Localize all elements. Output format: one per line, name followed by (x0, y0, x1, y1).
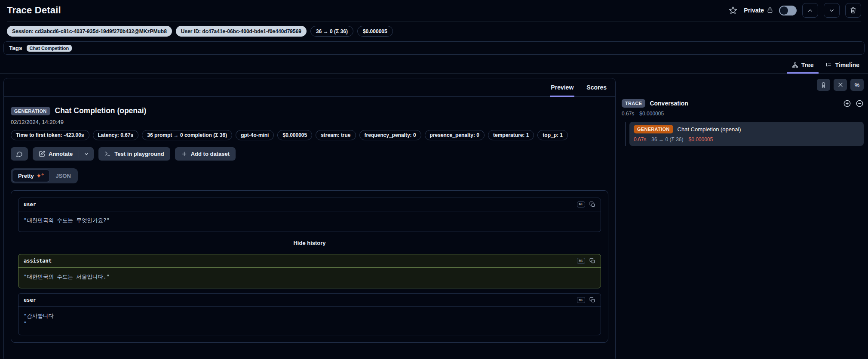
message-header: assistant M↓ (18, 254, 601, 268)
view-switch-tabs: Tree Timeline (0, 58, 868, 74)
chip-token-usage: 36 prompt → 0 completion (Σ 36) (142, 130, 232, 140)
annotate-pencil-icon (39, 151, 45, 157)
tag-chip[interactable]: Chat Competition (27, 45, 72, 52)
tree-item-latency: 0.67s (634, 136, 646, 142)
public-toggle[interactable] (779, 6, 797, 15)
tab-timeline[interactable]: Timeline (820, 58, 865, 74)
trace-root-row[interactable]: TRACE Conversation (622, 99, 864, 108)
chip-top-p: top_p: 1 (537, 130, 568, 140)
trace-tree-sidebar: % TRACE Conversation 0.67s $0.000005 GEN… (622, 78, 865, 146)
expand-plus-circle-icon[interactable] (843, 99, 851, 108)
delete-trace-button[interactable] (845, 3, 861, 18)
user-id-badge[interactable]: User ID: dc47a41e-06bc-400d-bde1-f0e440d… (176, 26, 307, 37)
annotate-button[interactable]: Annotate (33, 147, 79, 161)
tree-item-metrics: 0.67s 36 → 0 (Σ 36) $0.000005 (634, 136, 859, 142)
tree-icon (792, 62, 798, 68)
trash-icon (850, 7, 856, 14)
message-content: "대한민국의 수도는 서울입니다." (18, 268, 601, 288)
session-badge[interactable]: Session: cd3abcd6-c81c-4037-935d-19d9f27… (7, 26, 172, 37)
copy-icon[interactable] (589, 258, 595, 264)
tab-scores[interactable]: Scores (586, 78, 607, 97)
dataset-label: Add to dataset (191, 151, 230, 157)
collapse-all-icon[interactable] (834, 79, 847, 91)
copy-icon[interactable] (589, 201, 595, 207)
chevron-down-icon (84, 152, 89, 157)
trace-title: Conversation (650, 100, 688, 107)
observation-title: Chat Completion (openai) (55, 106, 147, 115)
header-actions: Private (728, 3, 861, 18)
tab-preview[interactable]: Preview (550, 78, 574, 97)
content: Preview Scores GENERATION Chat Completio… (0, 74, 868, 359)
percent-metrics-icon[interactable]: % (850, 79, 864, 91)
scores-award-icon[interactable] (817, 79, 830, 91)
tree-item-cost: $0.000005 (688, 136, 713, 142)
generation-type-badge: GENERATION (11, 107, 50, 115)
chevron-down-icon (828, 7, 835, 14)
panel-body: GENERATION Chat Completion (openai) 02/1… (4, 97, 615, 351)
privacy-indicator: Private (744, 7, 773, 14)
markdown-toggle-icon[interactable]: M↓ (577, 258, 585, 264)
tab-tree-label: Tree (801, 62, 814, 68)
observation-header: GENERATION Chat Completion (openai) (11, 106, 608, 115)
trace-type-badge: TRACE (622, 99, 645, 108)
tree-connector-line (625, 122, 626, 146)
sidebar-toolbar: % (622, 79, 864, 91)
chevron-up-icon (807, 7, 813, 14)
annotate-dropdown-button[interactable] (79, 147, 94, 161)
pretty-label: Pretty (18, 173, 34, 179)
plus-icon (181, 151, 187, 157)
markdown-toggle-icon[interactable]: M↓ (577, 297, 585, 303)
message-header: user M↓ (18, 198, 601, 211)
sparkles-icon: ✦✧ (37, 173, 44, 179)
page-title: Trace Detail (7, 5, 61, 16)
chip-latency: Latency: 0.67s (93, 130, 139, 140)
message-tools: M↓ (577, 297, 595, 303)
tab-tree[interactable]: Tree (787, 58, 819, 74)
markdown-toggle-icon[interactable]: M↓ (577, 201, 585, 207)
chip-time-to-first-token: Time to first token: -423.00s (11, 130, 89, 140)
pretty-toggle[interactable]: Pretty ✦✧ (12, 170, 50, 182)
tree-children: GENERATION Chat Completion (openai) 0.67… (622, 122, 864, 146)
next-trace-button[interactable] (824, 3, 840, 18)
tree-item-generation[interactable]: GENERATION Chat Completion (openai) 0.67… (629, 122, 864, 146)
preview-scores-tabs: Preview Scores (4, 78, 615, 97)
message-assistant: assistant M↓ "대한민국의 수도는 서울입니다." (18, 254, 601, 288)
playground-label: Test in playground (114, 151, 164, 157)
messages-container: user M↓ "대한민국의 수도는 무엇인가요?" Hide history … (11, 190, 608, 343)
chip-model[interactable]: gpt-4o-mini (236, 130, 274, 140)
chip-temperature: temperature: 1 (488, 130, 534, 140)
chip-frequency-penalty: frequency_penalty: 0 (359, 130, 421, 140)
metric-chips: Time to first token: -423.00s Latency: 0… (11, 130, 583, 140)
tree-item-tokens: 36 → 0 (Σ 36) (651, 136, 683, 142)
annotate-label: Annotate (49, 151, 73, 157)
message-header: user M↓ (18, 294, 601, 307)
test-in-playground-button[interactable]: Test in playground (98, 147, 170, 161)
toggle-knob (780, 6, 788, 15)
lock-icon (767, 7, 773, 14)
timeline-icon (825, 62, 832, 68)
prev-trace-button[interactable] (802, 3, 818, 18)
copy-icon[interactable] (589, 297, 595, 303)
add-to-dataset-button[interactable]: Add to dataset (175, 147, 236, 161)
message-role: user (24, 297, 36, 303)
collapse-minus-circle-icon[interactable] (856, 99, 864, 108)
chat-bubble-icon (16, 151, 23, 158)
message-tools: M↓ (577, 201, 595, 207)
message-content: "대한민국의 수도는 무엇인가요?" (18, 211, 601, 232)
chip-cost: $0.000005 (277, 130, 312, 140)
bookmark-star-icon[interactable] (728, 5, 738, 15)
chip-presence-penalty: presence_penalty: 0 (425, 130, 485, 140)
tags-bar[interactable]: Tags Chat Competition (3, 41, 865, 55)
terminal-icon (104, 151, 111, 157)
comments-button[interactable] (11, 147, 28, 161)
tags-label: Tags (9, 45, 22, 51)
tab-timeline-label: Timeline (835, 62, 859, 68)
cost-badge: $0.000005 (357, 26, 393, 37)
trace-badge-row: Session: cd3abcd6-c81c-4037-935d-19d9f27… (0, 22, 868, 40)
top-header: Trace Detail Private (0, 0, 868, 22)
message-role: user (24, 201, 36, 207)
actions-row: Annotate Test in playground (11, 147, 608, 161)
message-user-1: user M↓ "대한민국의 수도는 무엇인가요?" (18, 198, 601, 232)
hide-history-button[interactable]: Hide history (18, 237, 601, 249)
json-toggle[interactable]: JSON (50, 170, 76, 182)
